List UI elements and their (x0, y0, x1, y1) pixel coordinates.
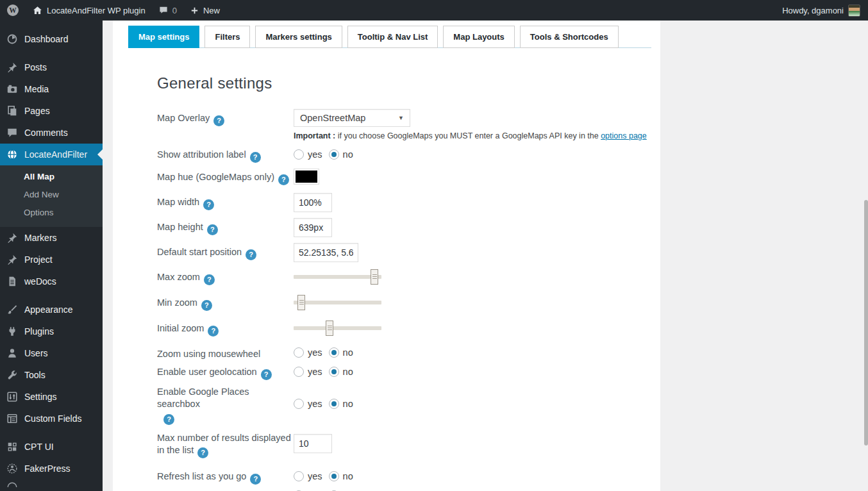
sidebar-item-label: Plugins (24, 326, 54, 337)
radio-no[interactable] (329, 149, 339, 160)
sidebar-item-label: CPT UI (24, 442, 54, 452)
help-icon[interactable]: ? (201, 300, 212, 311)
pin-icon (6, 62, 18, 73)
submenu-item-add-new[interactable]: Add New (0, 186, 103, 204)
sidebar-item-comments[interactable]: Comments (0, 122, 103, 144)
hide-loader-radio-group: yes no (294, 488, 360, 491)
sidebar-item-custom-fields[interactable]: Custom Fields (0, 408, 103, 429)
sidebar-item-wedocs[interactable]: weDocs (0, 270, 103, 292)
tab-filters[interactable]: Filters (204, 26, 250, 48)
radio-no[interactable] (329, 347, 339, 358)
pin-icon (6, 254, 18, 265)
help-icon[interactable]: ? (207, 224, 218, 235)
sidebar-item-label: Settings (24, 392, 57, 402)
min-zoom-slider[interactable] (294, 294, 381, 311)
submenu-item-all-map[interactable]: All Map (0, 168, 103, 186)
help-icon[interactable]: ? (203, 199, 214, 210)
field-label: Initial zoom (157, 323, 204, 333)
radio-no[interactable] (329, 399, 339, 409)
document-icon (6, 276, 18, 287)
globe-icon (6, 149, 18, 160)
radio-yes[interactable] (294, 471, 304, 481)
color-swatch (296, 171, 317, 183)
wordpress-logo[interactable]: W (0, 0, 26, 21)
help-icon[interactable]: ? (278, 174, 289, 185)
help-icon[interactable]: ? (213, 115, 224, 126)
start-position-input[interactable] (294, 243, 358, 262)
map-hue-color-picker[interactable] (294, 169, 319, 185)
field-label: Max number of results displayed in the l… (157, 433, 291, 455)
help-icon[interactable]: ? (204, 274, 215, 285)
page-title: General settings (157, 74, 660, 92)
help-icon[interactable]: ? (163, 414, 174, 425)
radio-no[interactable] (329, 367, 339, 377)
sidebar-item-cpt-ui[interactable]: CPT UI (0, 436, 103, 458)
options-page-link[interactable]: options page (601, 131, 647, 140)
radio-yes[interactable] (294, 367, 304, 377)
sidebar-item-fakerpress[interactable]: FakerPress (0, 458, 103, 479)
sidebar-item-posts[interactable]: Posts (0, 56, 103, 78)
map-width-input[interactable] (294, 193, 332, 212)
slider-track[interactable] (294, 326, 381, 330)
slider-handle[interactable] (326, 320, 333, 336)
scrollbar-thumb[interactable] (864, 200, 868, 445)
help-icon[interactable]: ? (208, 326, 219, 337)
sidebar-item-settings[interactable]: Settings (0, 386, 103, 408)
tab-markers-settings[interactable]: Markers settings (255, 26, 342, 48)
help-icon[interactable]: ? (250, 152, 261, 163)
field-label: Zoom using mousewheel (157, 349, 260, 359)
form-row-max-results: Max number of results displayed in the l… (157, 429, 660, 458)
sidebar-item-markers[interactable]: Markers (0, 227, 103, 249)
help-icon[interactable]: ? (246, 249, 256, 260)
sidebar-item-label: Comments (24, 128, 68, 138)
sidebar-item-project[interactable]: Project (0, 249, 103, 270)
plus-icon (190, 6, 199, 15)
site-name-menu[interactable]: LocateAndFilter WP plugin (26, 0, 152, 21)
tab-map-layouts[interactable]: Map Layouts (443, 26, 514, 48)
sidebar-item-media[interactable]: Media (0, 78, 103, 100)
form-row-map-width: Map width? (157, 193, 660, 212)
table-icon (6, 413, 18, 424)
map-overlay-select[interactable]: OpenStreetMap ▼ (294, 109, 410, 127)
radio-yes[interactable] (294, 149, 304, 160)
submenu-item-options[interactable]: Options (0, 204, 103, 222)
form-row-hide-loader: Hide loader screen yes no (157, 488, 660, 491)
radio-yes-label: yes (308, 347, 322, 358)
sidebar-item-dashboard[interactable]: Dashboard (0, 28, 103, 50)
locateandfilter-submenu: All Map Add New Options (0, 165, 103, 227)
tab-map-settings[interactable]: Map settings (128, 26, 199, 48)
form-row-start-position: Default start position? (157, 243, 660, 262)
radio-no-label: no (343, 399, 353, 409)
max-results-input[interactable] (294, 434, 332, 453)
field-label: Show attribution label (157, 149, 246, 160)
sidebar-item-locateandfilter[interactable]: LocateAndFilter (0, 144, 103, 165)
comments-menu[interactable]: 0 (152, 0, 183, 21)
tab-tools-shortcodes[interactable]: Tools & Shortcodes (520, 26, 619, 48)
radio-no[interactable] (329, 471, 339, 481)
tab-tooltip-nav-list[interactable]: Tooltip & Nav List (347, 26, 438, 48)
help-icon[interactable]: ? (261, 369, 272, 380)
sidebar-item-users[interactable]: Users (0, 342, 103, 364)
refresh-list-radio-group: yes no (294, 469, 360, 483)
slider-track[interactable] (294, 301, 381, 304)
help-icon[interactable]: ? (250, 474, 261, 485)
slider-track[interactable] (294, 275, 381, 279)
new-menu[interactable]: New (183, 0, 226, 21)
slider-handle[interactable] (371, 269, 378, 285)
site-name: LocateAndFilter WP plugin (47, 6, 146, 15)
form-row-initial-zoom: Initial zoom? (157, 319, 660, 337)
sidebar-item-plugins[interactable]: Plugins (0, 320, 103, 342)
sidebar-item-tools[interactable]: Tools (0, 364, 103, 386)
max-zoom-slider[interactable] (294, 269, 381, 285)
map-height-input[interactable] (294, 218, 332, 237)
help-icon[interactable]: ? (197, 447, 208, 458)
radio-yes[interactable] (294, 399, 304, 409)
sidebar-item-appearance[interactable]: Appearance (0, 299, 103, 320)
comments-count: 0 (172, 6, 177, 15)
sidebar-item-pages[interactable]: Pages (0, 100, 103, 122)
field-label: Default start position (157, 247, 242, 257)
initial-zoom-slider[interactable] (294, 320, 381, 337)
radio-yes[interactable] (294, 347, 304, 358)
slider-handle[interactable] (297, 295, 305, 310)
account-menu[interactable]: Howdy, dgamoni (782, 4, 868, 17)
